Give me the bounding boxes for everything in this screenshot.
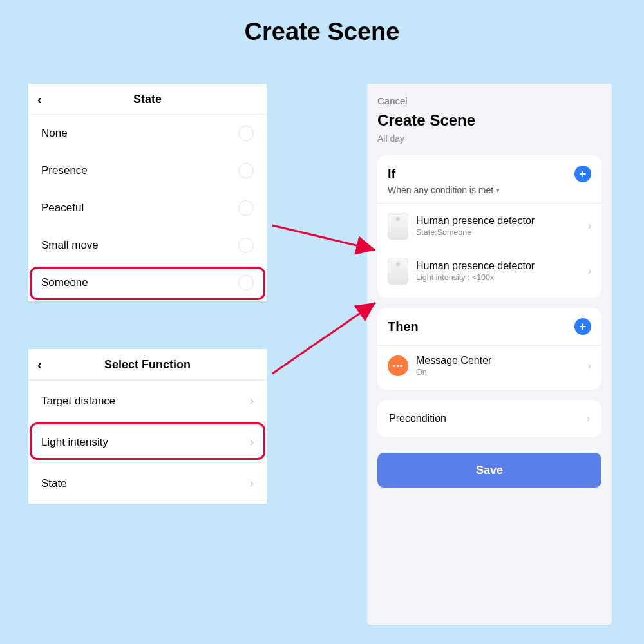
state-option-small-move[interactable]: Small move <box>28 227 267 264</box>
if-card: If + When any condition is met ▾ Human p… <box>377 155 601 298</box>
condition-title: Human presence detector <box>416 260 580 272</box>
action-sub: On <box>416 368 580 377</box>
page-title: Create Scene <box>0 0 644 46</box>
chevron-right-icon: › <box>250 477 254 490</box>
message-icon: ••• <box>388 355 408 376</box>
scene-subtitle: All day <box>377 133 601 144</box>
if-condition-row[interactable]: Human presence detector Light intensity … <box>388 249 591 294</box>
radio-icon <box>238 163 254 178</box>
state-option-label: Peaceful <box>41 202 84 214</box>
radio-icon <box>238 126 254 141</box>
condition-mode-label: When any condition is met <box>388 185 493 195</box>
add-condition-button[interactable]: + <box>574 166 591 182</box>
device-icon <box>388 213 408 240</box>
state-option-presence[interactable]: Presence <box>28 152 267 189</box>
state-option-label: None <box>41 127 68 140</box>
create-scene-panel: Cancel Create Scene All day If + When an… <box>367 84 612 625</box>
chevron-right-icon: › <box>588 220 591 232</box>
func-row-target-distance[interactable]: Target distance › <box>28 380 267 421</box>
state-option-label: Someone <box>41 276 88 289</box>
func-row-label: Light intensity <box>41 436 108 449</box>
condition-mode-dropdown[interactable]: When any condition is met ▾ <box>388 185 591 195</box>
chevron-right-icon: › <box>250 394 254 408</box>
chevron-right-icon: › <box>587 413 590 424</box>
func-panel-header: ‹ Select Function <box>28 349 267 380</box>
state-option-none[interactable]: None <box>28 115 267 152</box>
state-panel-title: State <box>133 93 162 106</box>
condition-sub: State:Someone <box>416 228 580 237</box>
chevron-down-icon: ▾ <box>496 186 500 194</box>
if-heading: If <box>388 167 395 182</box>
state-panel: ‹ State None Presence Peaceful Small mov… <box>28 84 267 301</box>
action-title: Message Center <box>416 355 580 366</box>
chevron-right-icon: › <box>588 360 591 372</box>
then-action-row[interactable]: ••• Message Center On › <box>388 346 591 386</box>
chevron-right-icon: › <box>588 265 591 277</box>
state-option-peaceful[interactable]: Peaceful <box>28 189 267 227</box>
svg-line-0 <box>272 225 375 250</box>
condition-title: Human presence detector <box>416 215 580 227</box>
precondition-row[interactable]: Precondition › <box>377 400 601 437</box>
if-condition-row[interactable]: Human presence detector State:Someone › <box>388 204 591 249</box>
func-panel-title: Select Function <box>104 358 191 371</box>
state-panel-header: ‹ State <box>28 84 267 115</box>
select-function-panel: ‹ Select Function Target distance › Ligh… <box>28 349 267 504</box>
radio-icon <box>238 275 254 290</box>
then-heading: Then <box>388 319 419 334</box>
radio-icon <box>238 200 254 216</box>
add-action-button[interactable]: + <box>574 318 591 335</box>
func-row-label: State <box>41 477 67 490</box>
func-row-light-intensity[interactable]: Light intensity › <box>28 421 267 462</box>
func-row-state[interactable]: State › <box>28 462 267 504</box>
chevron-right-icon: › <box>250 435 254 449</box>
state-option-someone[interactable]: Someone <box>28 264 267 301</box>
condition-sub: Light intensity : <100x <box>416 273 580 282</box>
save-button[interactable]: Save <box>377 453 601 488</box>
radio-icon <box>238 238 254 253</box>
precondition-label: Precondition <box>389 413 446 424</box>
back-icon[interactable]: ‹ <box>37 84 42 115</box>
then-card: Then + ••• Message Center On › <box>377 308 601 390</box>
state-option-label: Small move <box>41 239 99 252</box>
scene-title: Create Scene <box>377 111 601 129</box>
state-option-label: Presence <box>41 164 88 177</box>
device-icon <box>388 258 408 285</box>
cancel-button[interactable]: Cancel <box>377 95 601 106</box>
func-row-label: Target distance <box>41 395 115 408</box>
svg-line-1 <box>272 303 375 374</box>
back-icon[interactable]: ‹ <box>37 349 42 380</box>
